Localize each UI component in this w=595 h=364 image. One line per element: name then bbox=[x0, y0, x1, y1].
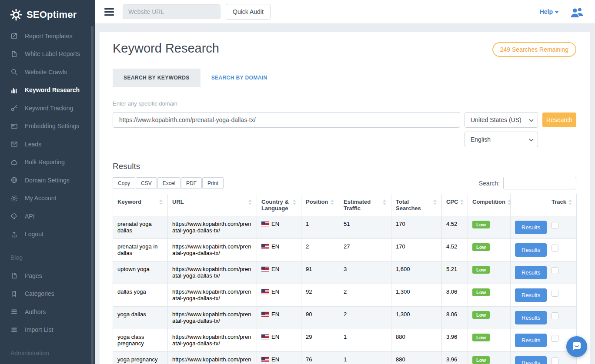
cell-track bbox=[547, 261, 577, 284]
sidebar: SEOptimer Report TemplatesWhite Label Re… bbox=[0, 0, 95, 364]
sidebar-item-label: Keyword Tracking bbox=[25, 105, 73, 112]
cell-cpc: 3.96 bbox=[442, 352, 468, 364]
export-copy-button[interactable]: Copy bbox=[113, 177, 135, 189]
results-button[interactable]: Results bbox=[515, 288, 547, 302]
sort-icon[interactable] bbox=[248, 199, 252, 205]
sidebar-item-categories[interactable]: Categories bbox=[0, 285, 95, 303]
track-checkbox[interactable] bbox=[552, 357, 558, 364]
sidebar-item-label: API bbox=[25, 213, 35, 220]
sidebar-item-website-crawls[interactable]: Website Crawls bbox=[0, 63, 95, 81]
sidebar-scrollbar[interactable] bbox=[91, 26, 94, 364]
website-url-input[interactable] bbox=[123, 4, 221, 19]
col-header-estimated-traffic[interactable]: Estimated Traffic bbox=[339, 194, 391, 216]
chat-widget-button[interactable] bbox=[566, 336, 587, 357]
hamburger-menu-icon[interactable] bbox=[104, 8, 114, 16]
export-pdf-button[interactable]: PDF bbox=[181, 177, 202, 189]
sort-icon[interactable] bbox=[568, 199, 572, 205]
cell-total-searches: 1,300 bbox=[391, 307, 442, 329]
results-button[interactable]: Results bbox=[515, 311, 547, 324]
cell-position: 91 bbox=[301, 261, 339, 284]
brand[interactable]: SEOptimer bbox=[0, 0, 95, 24]
sort-icon[interactable] bbox=[460, 199, 464, 205]
cell-cpc: 8.06 bbox=[442, 284, 468, 307]
cell-url: https://www.kopabirth.com/prenatal-yoga-… bbox=[168, 329, 257, 352]
col-header-position[interactable]: Position bbox=[301, 194, 339, 216]
results-button[interactable]: Results bbox=[515, 221, 547, 234]
competition-badge: Low bbox=[472, 356, 490, 364]
col-header-keyword[interactable]: Keyword bbox=[113, 194, 168, 216]
sidebar-section-blog: Blog bbox=[0, 248, 95, 267]
results-button[interactable]: Results bbox=[515, 356, 547, 364]
us-flag-icon bbox=[261, 312, 269, 317]
sidebar-item-api[interactable]: API bbox=[0, 207, 95, 225]
sidebar-item-keyword-tracking[interactable]: Keyword Tracking bbox=[0, 99, 95, 117]
results-button[interactable]: Results bbox=[515, 243, 547, 257]
cell-keyword: yoga class pregnancy bbox=[113, 329, 168, 352]
sidebar-item-label: Keyword Research bbox=[25, 86, 80, 93]
cell-estimated-traffic: 27 bbox=[339, 239, 391, 261]
sidebar-item-import-list[interactable]: Import List bbox=[0, 321, 95, 339]
sidebar-item-embedding-settings[interactable]: Embedding Settings bbox=[0, 117, 95, 136]
table-search-input[interactable] bbox=[503, 177, 576, 189]
export-excel-button[interactable]: Excel bbox=[157, 177, 181, 189]
language-select-wrap: English bbox=[465, 132, 538, 147]
domain-input[interactable] bbox=[113, 112, 460, 128]
country-select[interactable]: United States (US) bbox=[465, 112, 538, 128]
app-window: SEOptimer Report TemplatesWhite Label Re… bbox=[0, 0, 595, 364]
sidebar-item-label: Embedding Settings bbox=[25, 122, 79, 129]
sort-icon[interactable] bbox=[159, 199, 163, 205]
tab-search-by-keywords[interactable]: SEARCH BY KEYWORDS bbox=[113, 69, 201, 87]
cell-cpc: 4.52 bbox=[442, 216, 468, 239]
cell-total-searches: 1,300 bbox=[391, 284, 442, 307]
table-row: yoga class pregnancyhttps://www.kopabirt… bbox=[113, 329, 577, 352]
export-print-button[interactable]: Print bbox=[202, 177, 224, 189]
quick-audit-button[interactable]: Quick Audit bbox=[226, 4, 271, 20]
envelope-icon bbox=[10, 140, 18, 148]
help-menu[interactable]: Help bbox=[540, 8, 558, 15]
sidebar-item-logout[interactable]: Logout bbox=[0, 225, 95, 244]
sidebar-item-leads[interactable]: Leads bbox=[0, 135, 95, 153]
cell-competition: Low bbox=[468, 329, 511, 352]
sort-icon[interactable] bbox=[433, 199, 437, 205]
cell-track bbox=[547, 239, 577, 261]
track-checkbox[interactable] bbox=[552, 312, 558, 319]
sidebar-item-my-account[interactable]: My Account bbox=[0, 189, 95, 208]
sidebar-item-bulk-reporting[interactable]: Bulk Reporting bbox=[0, 153, 95, 172]
track-checkbox[interactable] bbox=[552, 290, 558, 297]
col-header-country-language[interactable]: Country & Language bbox=[257, 194, 301, 216]
us-flag-icon bbox=[261, 334, 269, 339]
export-csv-button[interactable]: CSV bbox=[136, 177, 157, 189]
sidebar-item-pages[interactable]: Pages bbox=[0, 267, 95, 285]
cell-track bbox=[547, 284, 577, 307]
tab-search-by-domain[interactable]: SEARCH BY DOMAIN bbox=[201, 69, 278, 87]
sort-icon[interactable] bbox=[330, 199, 334, 205]
sidebar-item-domain-settings[interactable]: Domain Settings bbox=[0, 171, 95, 189]
sort-icon[interactable] bbox=[382, 199, 387, 205]
cell-position: 76 bbox=[301, 352, 339, 364]
track-checkbox[interactable] bbox=[552, 267, 558, 274]
track-checkbox[interactable] bbox=[552, 222, 558, 229]
col-header-total-searches[interactable]: Total Searches bbox=[391, 194, 442, 216]
sort-icon[interactable] bbox=[507, 199, 511, 205]
sidebar-item-keyword-research[interactable]: Keyword Research bbox=[0, 81, 95, 99]
language-select[interactable]: English bbox=[465, 132, 538, 147]
col-header-cpc[interactable]: CPC bbox=[442, 194, 468, 216]
sidebar-item-report-templates[interactable]: Report Templates bbox=[0, 27, 95, 45]
cell-url: https://www.kopabirth.com/prenatal-yoga-… bbox=[168, 216, 257, 239]
track-checkbox[interactable] bbox=[552, 335, 558, 342]
col-header-url[interactable]: URL bbox=[168, 194, 257, 216]
sidebar-item-white-label-reports[interactable]: White Label Reports bbox=[0, 45, 95, 63]
cell-actions: Results bbox=[511, 329, 547, 352]
sidebar-item-authors[interactable]: Authors bbox=[0, 303, 95, 321]
research-button[interactable]: Research bbox=[542, 113, 576, 127]
sort-icon[interactable] bbox=[292, 199, 297, 205]
users-icon[interactable] bbox=[570, 6, 585, 18]
cell-competition: Low bbox=[468, 239, 511, 261]
results-button[interactable]: Results bbox=[515, 266, 547, 279]
bar-chart-icon bbox=[10, 86, 18, 94]
track-checkbox[interactable] bbox=[552, 245, 558, 251]
col-header-competition[interactable]: Competition bbox=[468, 194, 511, 216]
file-icon bbox=[10, 272, 18, 279]
results-button[interactable]: Results bbox=[515, 334, 547, 347]
col-header-track[interactable]: Track bbox=[547, 194, 577, 216]
